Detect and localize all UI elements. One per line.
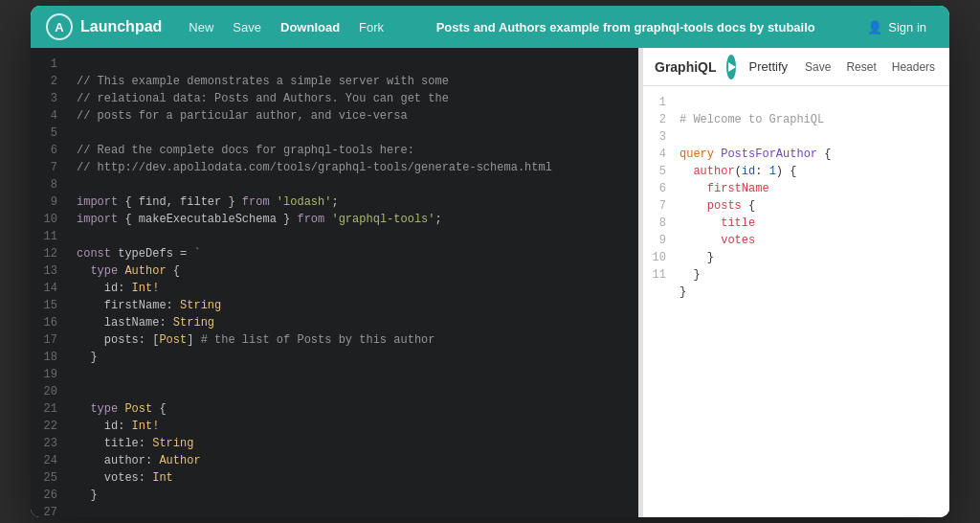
signin-button[interactable]: 👤 Sign in <box>859 16 934 38</box>
graphiql-reset-button[interactable]: Reset <box>842 58 880 76</box>
main-content: 12345 678910 1112131415 1617181920 21222… <box>31 48 949 517</box>
signin-icon: 👤 <box>867 20 882 34</box>
graphiql-action-buttons: Save Reset Headers <box>801 58 939 76</box>
graphiql-title: GraphiQL <box>655 59 717 75</box>
toolbar: A Launchpad New Save Download Fork Posts… <box>31 6 949 48</box>
toolbar-actions: New Save Download Fork <box>181 16 391 38</box>
graphiql-headers-button[interactable]: Headers <box>888 58 939 76</box>
code-text[interactable]: // This example demonstrates a simple se… <box>65 48 638 517</box>
fork-button[interactable]: Fork <box>351 16 391 38</box>
editor-panel: 12345 678910 1112131415 1617181920 21222… <box>31 48 638 517</box>
new-button[interactable]: New <box>181 16 221 38</box>
graphiql-line-numbers: 12345 678910 11 <box>643 86 672 517</box>
graphiql-editor[interactable]: 12345 678910 11 # Welcome to GraphiQL qu… <box>643 86 949 517</box>
run-button[interactable] <box>726 55 736 80</box>
app-name: Launchpad <box>80 18 162 35</box>
graphiql-save-button[interactable]: Save <box>801 58 835 76</box>
logo-icon: A <box>46 13 73 40</box>
save-button[interactable]: Save <box>225 16 269 38</box>
app-logo: A Launchpad <box>46 13 162 40</box>
graphiql-header: GraphiQL Prettify Save Reset Headers <box>643 48 949 86</box>
graphiql-panel: GraphiQL Prettify Save Reset Headers 123… <box>643 48 949 517</box>
graphiql-query[interactable]: # Welcome to GraphiQL query PostsForAuth… <box>672 86 949 517</box>
app-window: A Launchpad New Save Download Fork Posts… <box>31 6 949 517</box>
code-editor[interactable]: 12345 678910 1112131415 1617181920 21222… <box>31 48 638 517</box>
prettify-button[interactable]: Prettify <box>746 57 791 76</box>
toolbar-title: Posts and Authors example from graphql-t… <box>391 20 859 34</box>
download-button[interactable]: Download <box>273 16 347 38</box>
line-numbers: 12345 678910 1112131415 1617181920 21222… <box>31 48 65 517</box>
